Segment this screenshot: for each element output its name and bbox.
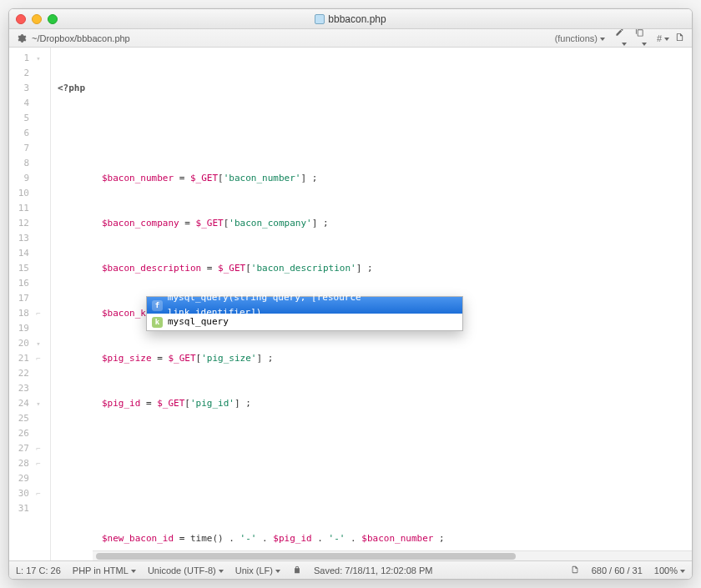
file-icon	[315, 14, 325, 24]
encoding-popup[interactable]: Unicode (UTF-8)	[148, 565, 224, 575]
statusbar: L: 17 C: 26 PHP in HTML Unicode (UTF-8) …	[9, 560, 692, 579]
functions-popup[interactable]: (functions)	[555, 33, 605, 43]
autocomplete-popup[interactable]: f mysql_query(string query, [resource li…	[146, 296, 463, 331]
lineending-popup[interactable]: Unix (LF)	[235, 565, 280, 575]
autocomplete-label: mysql_query	[168, 314, 229, 329]
toolbar: ~/Dropbox/bbbacon.php (functions) #	[9, 29, 692, 48]
saved-status: Saved: 7/18/11, 12:02:08 PM	[314, 565, 433, 575]
traffic-lights	[16, 14, 58, 24]
window-title: bbbacon.php	[9, 13, 692, 25]
document-counts: 680 / 60 / 31	[592, 565, 643, 575]
minimize-icon[interactable]	[32, 14, 42, 24]
editor-area: 1▾ 2 3 4 5 6 7 8 9 10 11 12 13 14 15 16 …	[9, 48, 692, 560]
autocomplete-item-selected[interactable]: f mysql_query(string query, [resource li…	[147, 297, 462, 314]
hash-icon[interactable]: #	[653, 33, 665, 43]
gear-icon[interactable]	[16, 33, 27, 43]
scrollbar-thumb[interactable]	[96, 553, 516, 560]
gutter[interactable]: 1▾ 2 3 4 5 6 7 8 9 10 11 12 13 14 15 16 …	[9, 48, 51, 560]
document-icon[interactable]	[673, 33, 685, 43]
close-icon[interactable]	[16, 14, 26, 24]
path-bar[interactable]: ~/Dropbox/bbbacon.php	[32, 33, 555, 43]
document-stats-icon[interactable]	[570, 565, 580, 575]
keyword-badge-icon: k	[152, 317, 163, 328]
language-popup[interactable]: PHP in HTML	[73, 565, 136, 575]
titlebar[interactable]: bbbacon.php	[9, 9, 692, 29]
title-text: bbbacon.php	[328, 13, 386, 25]
editor-window: bbbacon.php ~/Dropbox/bbbacon.php (funct…	[8, 8, 693, 580]
pencil-icon[interactable]	[613, 28, 625, 48]
horizontal-scrollbar[interactable]	[93, 550, 692, 560]
lock-icon[interactable]	[292, 565, 302, 575]
fold-icon[interactable]: ▾	[33, 51, 44, 66]
zoom-icon[interactable]	[48, 14, 58, 24]
cursor-position: L: 17 C: 26	[16, 565, 61, 575]
copy-icon[interactable]	[633, 28, 645, 48]
zoom-popup[interactable]: 100%	[654, 565, 685, 575]
line-number[interactable]: 1	[9, 51, 33, 66]
function-badge-icon: f	[152, 300, 163, 311]
